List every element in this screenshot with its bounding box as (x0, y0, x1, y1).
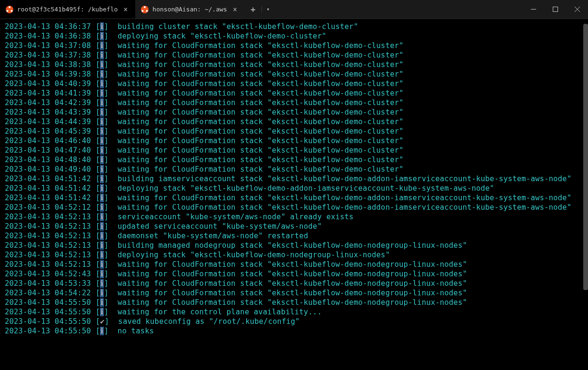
log-level: [ (96, 327, 100, 335)
minimize-button[interactable] (522, 0, 544, 19)
log-level: [ (96, 175, 100, 183)
log-line: 2023-04-13 04:46:40 [ℹ] waiting for Clou… (5, 136, 583, 146)
log-line: 2023-04-13 04:51:42 [ℹ] building iamserv… (5, 174, 583, 184)
log-message: waiting for CloudFormation stack "eksctl… (118, 60, 404, 69)
ubuntu-icon (6, 6, 13, 13)
log-message: waiting for CloudFormation stack "eksctl… (118, 79, 404, 88)
log-line: 2023-04-13 04:42:39 [ℹ] waiting for Clou… (5, 98, 583, 107)
log-timestamp: 2023-04-13 04:45:39 (5, 127, 96, 136)
log-message: waiting for CloudFormation stack "eksctl… (118, 127, 404, 136)
log-message: waiting for CloudFormation stack "eksctl… (118, 165, 404, 174)
tab-title: root@2f3c541b495f: /kubeflo (17, 6, 118, 13)
log-level: [ (96, 136, 100, 145)
new-tab-button[interactable]: + (245, 4, 261, 14)
log-line: 2023-04-13 04:47:40 [ℹ] waiting for Clou… (5, 146, 583, 155)
log-line: 2023-04-13 04:52:12 [ℹ] waiting for Clou… (5, 203, 583, 212)
log-line: 2023-04-13 04:52:43 [ℹ] waiting for Clou… (5, 269, 583, 279)
svg-point-4 (142, 10, 144, 12)
log-timestamp: 2023-04-13 04:52:13 (5, 213, 96, 221)
log-message: waiting for CloudFormation stack "eksctl… (118, 156, 404, 164)
log-level: [ (96, 184, 100, 193)
log-message: waiting for CloudFormation stack "eksctl… (118, 260, 467, 269)
log-level: [ (96, 98, 100, 107)
tab-active[interactable]: root@2f3c541b495f: /kubeflo × (0, 0, 135, 19)
log-level: [ (96, 156, 100, 164)
log-line: 2023-04-13 04:55:50 [✔] saved kubeconfig… (5, 317, 583, 326)
log-message: waiting for CloudFormation stack "eksctl… (118, 98, 404, 107)
tab-inactive[interactable]: honson@Aisan: ~/.aws × (135, 0, 245, 19)
log-level: [ (96, 89, 100, 97)
log-level: [ (96, 241, 100, 250)
log-timestamp: 2023-04-13 04:53:33 (5, 279, 96, 288)
ubuntu-icon (141, 6, 149, 13)
log-timestamp: 2023-04-13 04:55:50 (5, 327, 96, 335)
log-level: [ (96, 232, 100, 240)
log-message: waiting for CloudFormation stack "eksctl… (118, 136, 404, 145)
log-timestamp: 2023-04-13 04:37:08 (5, 41, 96, 50)
close-icon[interactable]: × (231, 4, 239, 15)
svg-rect-6 (553, 7, 558, 12)
log-timestamp: 2023-04-13 04:48:40 (5, 156, 96, 164)
log-message: deploying stack "eksctl-kubeflow-demo-no… (118, 251, 390, 259)
log-message: no tasks (118, 327, 154, 335)
log-timestamp: 2023-04-13 04:40:39 (5, 79, 96, 88)
log-timestamp: 2023-04-13 04:42:39 (5, 98, 96, 107)
maximize-button[interactable] (544, 0, 566, 19)
log-level: [ (96, 251, 100, 259)
log-timestamp: 2023-04-13 04:41:39 (5, 89, 96, 97)
log-timestamp: 2023-04-13 04:52:13 (5, 251, 96, 259)
log-message: daemonset "kube-system/aws-node" restart… (118, 232, 308, 240)
log-message: waiting for CloudFormation stack "eksctl… (118, 279, 467, 288)
log-level: [ (96, 222, 100, 231)
log-level: [ (96, 289, 100, 297)
log-level: [ (96, 127, 100, 136)
scrollbar-thumb[interactable] (583, 24, 588, 290)
log-message: waiting for CloudFormation stack "eksctl… (118, 270, 467, 278)
log-line: 2023-04-13 04:52:13 [ℹ] building managed… (5, 241, 583, 250)
log-level: [ (96, 79, 100, 88)
tab-dropdown-button[interactable]: ▾ (261, 6, 275, 12)
log-message: waiting for CloudFormation stack "eksctl… (118, 117, 404, 126)
log-level: [ (96, 51, 100, 59)
log-level: [ (96, 165, 100, 174)
log-message: waiting for CloudFormation stack "eksctl… (118, 194, 571, 202)
log-level: [ (96, 260, 100, 269)
log-level: [ (96, 146, 100, 155)
log-timestamp: 2023-04-13 04:51:42 (5, 194, 96, 202)
terminal-output[interactable]: 2023-04-13 04:36:37 [ℹ] building cluster… (0, 19, 588, 339)
log-timestamp: 2023-04-13 04:51:42 (5, 184, 96, 193)
log-timestamp: 2023-04-13 04:55:50 (5, 308, 96, 316)
log-message: waiting for CloudFormation stack "eksctl… (118, 51, 404, 59)
log-line: 2023-04-13 04:52:13 [ℹ] deploying stack … (5, 250, 583, 260)
log-message: waiting for CloudFormation stack "eksctl… (118, 298, 467, 307)
window-controls (522, 0, 588, 19)
log-message: waiting for CloudFormation stack "eksctl… (118, 89, 404, 97)
log-message: waiting for CloudFormation stack "eksctl… (118, 41, 404, 50)
log-line: 2023-04-13 04:37:08 [ℹ] waiting for Clou… (5, 41, 583, 50)
close-button[interactable] (566, 0, 588, 19)
tab-strip: root@2f3c541b495f: /kubeflo × honson@Ais… (0, 0, 274, 19)
svg-point-2 (11, 10, 13, 12)
log-level: [ (96, 279, 100, 288)
log-level: [ (96, 194, 100, 202)
svg-point-1 (7, 10, 9, 12)
log-message: waiting for CloudFormation stack "eksctl… (118, 70, 404, 78)
log-message: waiting for the control plane availabili… (118, 308, 322, 316)
log-timestamp: 2023-04-13 04:46:40 (5, 136, 96, 145)
log-level: [ (96, 108, 100, 117)
log-timestamp: 2023-04-13 04:36:37 (5, 22, 96, 31)
log-line: 2023-04-13 04:48:40 [ℹ] waiting for Clou… (5, 155, 583, 165)
log-line: 2023-04-13 04:55:50 [ℹ] no tasks (5, 326, 583, 336)
log-message: updated serviceaccount "kube-system/aws-… (118, 222, 322, 231)
log-message: serviceaccount "kube-system/aws-node" al… (118, 213, 354, 221)
log-line: 2023-04-13 04:41:39 [ℹ] waiting for Clou… (5, 88, 583, 98)
log-timestamp: 2023-04-13 04:52:13 (5, 222, 96, 231)
log-timestamp: 2023-04-13 04:52:13 (5, 260, 96, 269)
log-line: 2023-04-13 04:36:37 [ℹ] building cluster… (5, 22, 583, 31)
log-level: [ (96, 70, 100, 78)
log-timestamp: 2023-04-13 04:52:43 (5, 270, 96, 278)
close-icon[interactable]: × (121, 4, 130, 15)
log-timestamp: 2023-04-13 04:52:13 (5, 241, 96, 250)
tab-title: honson@Aisan: ~/.aws (152, 6, 227, 13)
log-line: 2023-04-13 04:55:50 [ℹ] waiting for Clou… (5, 298, 583, 307)
